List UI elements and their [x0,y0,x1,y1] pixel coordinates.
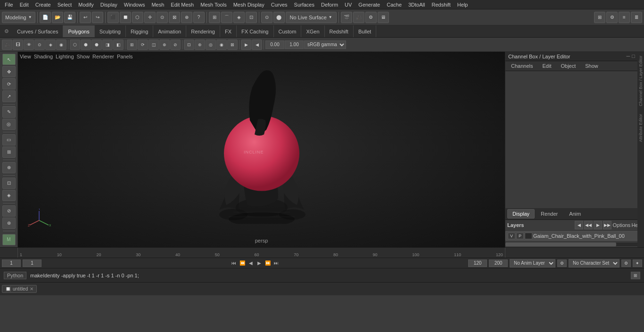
char-set-settings-btn[interactable]: ⚙ [621,259,631,267]
cb-tab-edit[interactable]: Edit [538,62,555,70]
menu-windows[interactable]: Windows [121,1,148,8]
loop-btn[interactable]: ⟳ [138,40,148,50]
cb-tab-object[interactable]: Object [557,62,579,70]
dra-tab-anim[interactable]: Anim [564,209,586,219]
current-frame-input[interactable] [2,259,21,267]
menu-generate[interactable]: Generate [355,1,383,8]
shade-btn[interactable]: ⬢ [81,40,91,50]
magnet-btn[interactable]: ⊙ [261,12,272,23]
anim-play-btn[interactable]: ▶ [241,40,251,50]
vp-show-menu[interactable]: Show [77,54,90,59]
tab-bullet[interactable]: Bullet [354,25,377,37]
help-btn[interactable]: ? [193,12,205,23]
anim-prefs-btn[interactable]: ✦ [633,259,642,267]
soft-sel-btn[interactable]: ◉ [216,40,227,50]
menu-display[interactable]: Display [98,1,120,8]
live-surface-btn[interactable]: No Live Surface ▼ [286,12,337,23]
eye-btn[interactable]: 👁 [24,40,34,50]
tab-custom[interactable]: Custom [274,25,302,37]
exposure-input[interactable] [265,40,284,49]
layers-prev-btn[interactable]: ◀ [575,221,583,229]
grid-snap-btn[interactable]: ⊞ [127,40,137,50]
film-btn[interactable]: 🎞 [13,40,23,50]
crease-btn[interactable]: ⊘ [2,205,16,217]
pivot-btn[interactable]: ⊡ [184,40,194,50]
snap-live-btn[interactable]: ◎ [206,40,216,50]
object-snap-btn[interactable]: ◈ [2,190,16,201]
menu-mesh-tools[interactable]: Mesh Tools [198,1,229,8]
cb-tab-channels[interactable]: Channels [507,62,537,70]
color-space-select[interactable]: sRGB gamma [304,40,346,49]
anim-layer-settings-btn[interactable]: ⚙ [557,259,567,267]
sym-btn[interactable]: ⊠ [227,40,238,50]
viewport[interactable]: View Shading Lighting Show Renderer Pane… [18,52,505,247]
tab-curves-surfaces[interactable]: Curves / Surfaces [12,25,63,37]
vp-view-menu[interactable]: View [20,54,31,59]
goto-end-btn[interactable]: ⏭ [272,259,280,267]
vtab-attribute-editor[interactable]: Attribute Editor [637,110,644,146]
layer-playback-btn[interactable]: P [516,233,524,239]
wireframe-btn[interactable]: ⬡ [70,40,80,50]
menu-select[interactable]: Select [55,1,75,8]
cb-maximize-btn[interactable]: □ [632,53,635,59]
layers-scrollbar-thumb[interactable] [505,243,616,246]
layers-next-btn[interactable]: ▶ [594,221,602,229]
camera-btn[interactable]: 🎥 [2,40,12,50]
show-manipulators-btn[interactable]: ⊡ [2,178,16,189]
cb-minimize-btn[interactable]: ─ [627,53,630,59]
play-back-btn[interactable]: ◀ [247,259,255,267]
paint-btn[interactable]: ⬡ [132,12,143,23]
manip-btn[interactable]: ⊛ [195,40,205,50]
marquee-btn[interactable]: ▭ [2,134,16,146]
render-seq-btn[interactable]: 🎥 [353,12,364,23]
snap-point-btn[interactable]: ◈ [233,12,245,23]
layer-row[interactable]: V P Gaiam_Chair_Black_with_Pink_Ball_00 [505,231,644,241]
tab-sculpting[interactable]: Sculpting [95,25,126,37]
tab-animation[interactable]: Animation [153,25,186,37]
redo-btn[interactable]: ↪ [92,12,103,23]
menu-3dtoall[interactable]: 3DtoAll [405,1,428,8]
region-btn[interactable]: ⊞ [2,146,16,158]
snap-view-btn[interactable]: ⊡ [246,12,257,23]
select-mask-btn[interactable]: ◈ [45,40,56,50]
vp-lighting-menu[interactable]: Lighting [56,54,74,59]
open-file-btn[interactable]: 📂 [52,12,63,23]
frame-end-input[interactable] [468,259,487,267]
layer-visibility-btn[interactable]: V [508,233,515,239]
char-set-select[interactable]: No Character Set [569,259,619,267]
python-expand-btn[interactable]: ⊞ [631,272,640,279]
layer-editor-btn[interactable]: ≣ [631,12,642,23]
paint-tool-btn[interactable]: ✎ [2,106,16,117]
tab-settings-gear[interactable]: ⚙ [1,26,12,37]
step-fwd-btn[interactable]: ⏩ [264,259,272,267]
highlight-btn[interactable]: ◉ [56,40,66,50]
transfer-btn[interactable]: ⊛ [2,218,16,229]
shade2-btn[interactable]: ⬣ [91,40,102,50]
tab-polygons[interactable]: Polygons [63,25,94,37]
menu-file[interactable]: File [2,1,16,8]
layers-options-btn[interactable]: Options [612,222,630,228]
tool-settings-btn[interactable]: ⚙ [606,12,618,23]
tab-xgen[interactable]: XGen [301,25,324,37]
maya-logo-btn[interactable]: M [2,234,16,245]
play-fwd-btn[interactable]: ▶ [256,259,263,267]
modeling-dropdown[interactable]: Modeling ▼ [2,12,35,23]
mini-win-close-btn[interactable]: ✕ [30,286,33,292]
step-back-btn[interactable]: ⏪ [239,259,246,267]
menu-redshift[interactable]: Redshift [429,1,453,8]
xray-btn[interactable]: ◫ [149,40,159,50]
scale-btn[interactable]: ⊠ [169,12,180,23]
layers-scrollbar[interactable] [505,243,644,246]
menu-curves[interactable]: Curves [268,1,290,8]
transform-btn[interactable]: ⊕ [181,12,192,23]
render-btn[interactable]: 🎬 [341,12,352,23]
live-btn[interactable]: ⬤ [273,12,285,23]
new-file-btn[interactable]: 📄 [40,12,51,23]
menu-help[interactable]: Help [454,1,471,8]
cb-tab-show[interactable]: Show [581,62,602,70]
select-btn[interactable]: ⬛ [107,12,119,23]
menu-uv[interactable]: UV [342,1,355,8]
frame-start-input[interactable] [23,259,41,267]
channel-box-btn[interactable]: ≡ [619,12,630,23]
menu-edit-mesh[interactable]: Edit Mesh [168,1,197,8]
